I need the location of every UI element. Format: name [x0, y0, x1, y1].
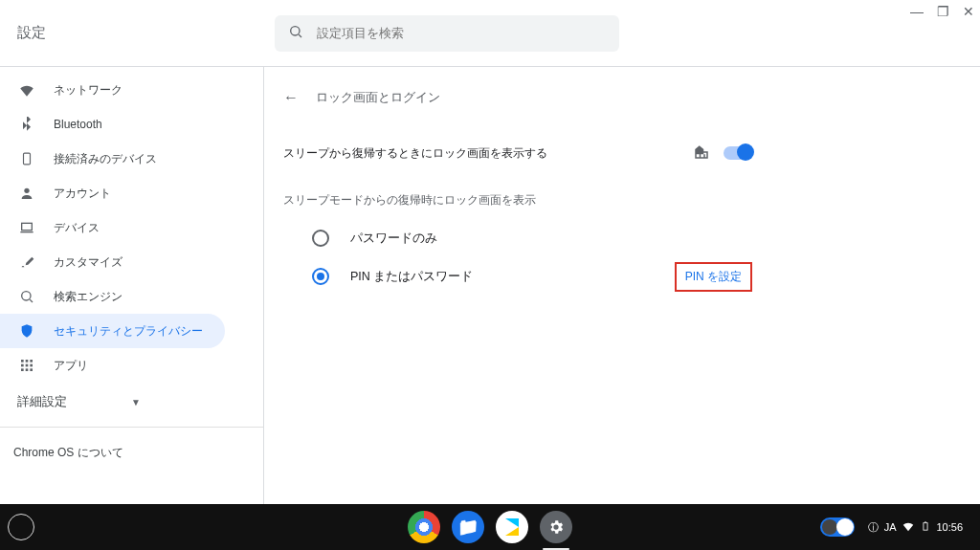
svg-point-3	[24, 188, 29, 193]
setup-pin-button[interactable]: PIN を設定	[681, 267, 746, 287]
person-icon	[17, 184, 36, 203]
radio-label: PIN またはパスワード	[350, 269, 473, 285]
window-close-button[interactable]: ✕	[963, 4, 974, 19]
search-input[interactable]	[317, 26, 606, 40]
brush-icon	[17, 253, 36, 272]
clock: 10:56	[936, 521, 963, 533]
enterprise-managed-icon	[693, 143, 710, 164]
svg-rect-8	[21, 360, 24, 363]
chevron-down-icon: ▼	[131, 397, 141, 407]
launcher-button[interactable]	[8, 514, 34, 540]
main-content: ← ロック画面とログイン スリープから復帰するときにロック画面を表示する スリー…	[264, 67, 781, 504]
battery-status-icon	[921, 518, 930, 536]
app-title: 設定	[17, 24, 46, 42]
info-icon: ⓘ	[868, 520, 879, 535]
shield-icon	[17, 321, 36, 341]
window-maximize-button[interactable]: ❐	[937, 4, 949, 19]
svg-line-7	[30, 299, 33, 302]
sidebar-item-label: 接続済みのデバイス	[54, 151, 157, 167]
sidebar-item-label: 検索エンジン	[54, 289, 122, 305]
about-label: Chrome OS について	[13, 446, 123, 459]
sidebar-item-label: アカウント	[54, 186, 111, 202]
svg-rect-4	[22, 223, 33, 230]
advanced-label: 詳細設定	[17, 394, 67, 410]
highlight-frame: PIN を設定	[675, 262, 752, 292]
sidebar-item-label: カスタマイズ	[54, 254, 122, 271]
svg-rect-10	[30, 360, 33, 363]
svg-rect-14	[21, 368, 24, 371]
window-minimize-button[interactable]: —	[910, 4, 924, 19]
sidebar-item-security[interactable]: セキュリティとプライバシー	[0, 314, 225, 348]
radio-label: パスワードのみ	[350, 231, 437, 247]
wifi-status-icon	[902, 519, 915, 535]
bluetooth-icon	[17, 115, 36, 134]
notification-toggle[interactable]	[820, 517, 855, 537]
status-area[interactable]: ⓘ JA 10:56	[820, 514, 980, 540]
wifi-icon	[17, 80, 36, 99]
sidebar-item-label: ネットワーク	[54, 82, 122, 99]
svg-rect-13	[30, 364, 33, 367]
unlock-section-label: スリープモードからの復帰時にロック画面を表示	[283, 193, 752, 208]
sidebar-item-label: Bluetooth	[54, 118, 102, 131]
sidebar-item-bluetooth[interactable]: Bluetooth	[0, 107, 177, 142]
shelf-settings-icon[interactable]	[540, 511, 572, 543]
ime-indicator[interactable]: JA	[884, 521, 897, 533]
sidebar-nav: ネットワーク Bluetooth 接続済みのデバイス アカウント デバイス	[0, 67, 264, 504]
apps-icon	[17, 356, 36, 375]
shelf: ⓘ JA 10:56	[0, 504, 980, 550]
svg-rect-17	[924, 523, 927, 531]
shelf-files-icon[interactable]	[452, 511, 484, 543]
laptop-icon	[17, 218, 36, 237]
radio-icon	[312, 268, 329, 285]
svg-rect-16	[30, 368, 33, 371]
sidebar-about-chromeos[interactable]: Chrome OS について	[0, 433, 263, 473]
sidebar-advanced-toggle[interactable]: 詳細設定 ▼	[0, 383, 263, 421]
sidebar-item-label: セキュリティとプライバシー	[54, 323, 203, 340]
search-icon	[17, 287, 36, 306]
search-icon	[288, 24, 317, 42]
sidebar-item-label: アプリ	[54, 358, 88, 374]
svg-point-0	[291, 27, 300, 35]
svg-rect-12	[26, 364, 29, 367]
sidebar-item-network[interactable]: ネットワーク	[0, 73, 177, 107]
svg-point-6	[22, 292, 31, 300]
sidebar-divider	[0, 427, 263, 428]
svg-rect-9	[26, 360, 29, 363]
shelf-chrome-icon[interactable]	[408, 511, 440, 543]
radio-icon	[312, 230, 329, 247]
sidebar-item-search-engine[interactable]: 検索エンジン	[0, 279, 177, 314]
lock-on-sleep-toggle[interactable]	[724, 146, 752, 160]
search-box[interactable]	[275, 15, 619, 52]
svg-rect-2	[24, 153, 31, 165]
phone-icon	[17, 149, 36, 168]
sidebar-item-label: デバイス	[54, 220, 100, 236]
back-arrow-icon[interactable]: ←	[283, 89, 299, 106]
sidebar-item-apps[interactable]: アプリ	[0, 348, 177, 383]
sidebar-item-customize[interactable]: カスタマイズ	[0, 245, 177, 279]
sidebar-item-account[interactable]: アカウント	[0, 176, 177, 210]
sidebar-item-device[interactable]: デバイス	[0, 210, 177, 245]
shelf-play-store-icon[interactable]	[496, 511, 528, 543]
radio-pin-or-password[interactable]: PIN またはパスワード PIN を設定	[283, 257, 752, 296]
svg-line-1	[299, 34, 301, 37]
page-title: ロック画面とログイン	[316, 89, 440, 106]
lock-on-sleep-label: スリープから復帰するときにロック画面を表示する	[283, 145, 547, 162]
sidebar-item-connected-devices[interactable]: 接続済みのデバイス	[0, 142, 177, 176]
svg-rect-15	[26, 368, 29, 371]
svg-rect-11	[21, 364, 24, 367]
radio-password-only[interactable]: パスワードのみ	[283, 219, 752, 257]
